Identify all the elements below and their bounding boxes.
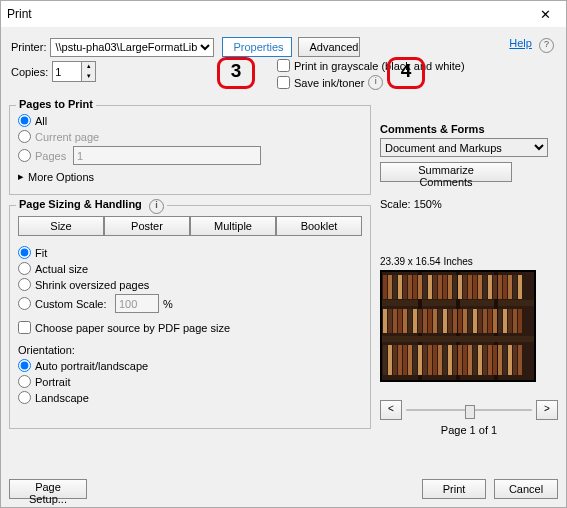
choose-paper-checkbox[interactable]: Choose paper source by PDF page size bbox=[18, 321, 362, 334]
summarize-comments-button[interactable]: Summarize Comments bbox=[380, 162, 512, 182]
printer-select[interactable]: \\pstu-pha03\LargeFormatLibFR bbox=[50, 38, 214, 57]
orientation-landscape-radio[interactable]: Landscape bbox=[18, 391, 362, 404]
pages-range-radio[interactable]: Pages bbox=[18, 146, 362, 165]
actual-size-radio[interactable]: Actual size bbox=[18, 262, 362, 275]
scale-readout: Scale: 150% bbox=[380, 198, 558, 210]
tab-multiple[interactable]: Multiple bbox=[190, 216, 276, 236]
copies-stepper[interactable]: ▲ ▼ bbox=[52, 61, 96, 82]
preview-zoom-slider[interactable] bbox=[406, 403, 532, 417]
save-ink-checkbox[interactable]: Save ink/toner i bbox=[277, 75, 465, 90]
preview-panel: Comments & Forms Document and Markups Su… bbox=[380, 123, 558, 463]
page-indicator: Page 1 of 1 bbox=[380, 424, 558, 436]
custom-scale-input[interactable] bbox=[115, 294, 159, 313]
page-preview bbox=[380, 270, 536, 382]
pages-range-input[interactable] bbox=[73, 146, 261, 165]
orientation-portrait-radio[interactable]: Portrait bbox=[18, 375, 362, 388]
titlebar: Print ✕ bbox=[1, 1, 566, 27]
tab-booklet[interactable]: Booklet bbox=[276, 216, 362, 236]
preview-prev-button[interactable]: < bbox=[380, 400, 402, 420]
orientation-label: Orientation: bbox=[18, 344, 362, 356]
grayscale-checkbox[interactable]: Print in grayscale (black and white) bbox=[277, 59, 465, 72]
window-title: Print bbox=[7, 7, 32, 21]
help-link[interactable]: Help bbox=[509, 37, 532, 49]
advanced-button[interactable]: Advanced bbox=[298, 37, 360, 57]
print-button[interactable]: Print bbox=[422, 479, 486, 499]
preview-dimensions: 23.39 x 16.54 Inches bbox=[380, 256, 558, 267]
annotation-callout-3: 3 bbox=[217, 57, 255, 89]
comments-forms-select[interactable]: Document and Markups bbox=[380, 138, 548, 157]
more-options-toggle[interactable]: ▸ More Options bbox=[18, 170, 362, 183]
help-icon[interactable]: ? bbox=[539, 38, 554, 53]
info-icon[interactable]: i bbox=[149, 199, 164, 214]
preview-next-button[interactable]: > bbox=[536, 400, 558, 420]
print-dialog: Print ✕ Printer: \\pstu-pha03\LargeForma… bbox=[0, 0, 567, 508]
shrink-radio[interactable]: Shrink oversized pages bbox=[18, 278, 362, 291]
tab-size[interactable]: Size bbox=[18, 216, 104, 236]
copies-up-icon[interactable]: ▲ bbox=[82, 62, 95, 72]
pages-current-radio[interactable]: Current page bbox=[18, 130, 362, 143]
printer-label: Printer: bbox=[11, 41, 46, 53]
close-icon[interactable]: ✕ bbox=[530, 7, 560, 22]
copies-label: Copies: bbox=[11, 66, 48, 78]
copies-input[interactable] bbox=[53, 62, 81, 81]
properties-button[interactable]: Properties bbox=[222, 37, 292, 57]
page-sizing-legend: Page Sizing & Handling i bbox=[16, 198, 167, 214]
custom-scale-radio[interactable]: Custom Scale: % bbox=[18, 294, 362, 313]
page-sizing-group: Page Sizing & Handling i Size Poster Mul… bbox=[9, 205, 371, 429]
pages-to-print-group: Pages to Print All Current page Pages ▸ … bbox=[9, 105, 371, 195]
orientation-auto-radio[interactable]: Auto portrait/landscape bbox=[18, 359, 362, 372]
cancel-button[interactable]: Cancel bbox=[494, 479, 558, 499]
dialog-content: Printer: \\pstu-pha03\LargeFormatLibFR P… bbox=[1, 27, 566, 507]
fit-radio[interactable]: Fit bbox=[18, 246, 362, 259]
comments-forms-legend: Comments & Forms bbox=[380, 123, 558, 135]
page-setup-button[interactable]: Page Setup... bbox=[9, 479, 87, 499]
info-icon[interactable]: i bbox=[368, 75, 383, 90]
pages-to-print-legend: Pages to Print bbox=[16, 98, 96, 110]
tab-poster[interactable]: Poster bbox=[104, 216, 190, 236]
pages-all-radio[interactable]: All bbox=[18, 114, 362, 127]
copies-down-icon[interactable]: ▼ bbox=[82, 72, 95, 82]
